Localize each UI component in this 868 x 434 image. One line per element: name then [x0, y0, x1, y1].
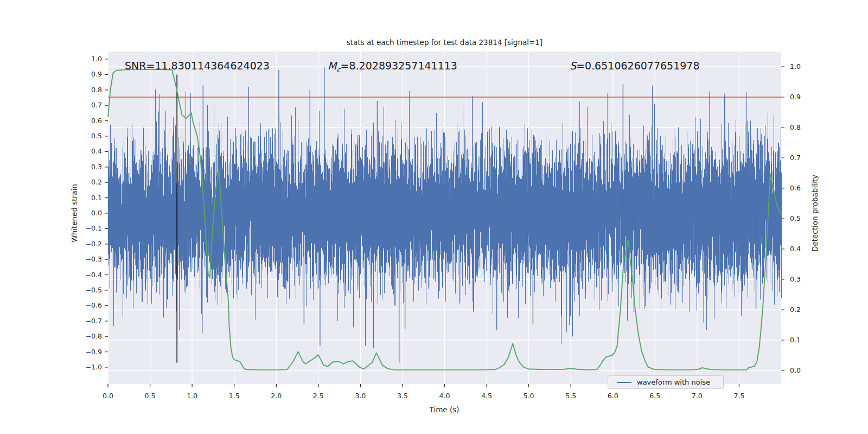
tick-label: 0.5 [790, 214, 813, 223]
annotation-mc-symbol: M [328, 60, 336, 72]
annotation-s-stat: S=0.6510626077651978 [570, 60, 700, 72]
tick-label: 5.0 [518, 392, 540, 400]
tick-label: −0.2 [79, 240, 102, 248]
legend-line-sample [617, 382, 631, 383]
tick-label: 3.5 [391, 392, 414, 400]
tick-label: 0.4 [79, 147, 102, 156]
tick-label: 1.5 [223, 392, 246, 400]
tick-label: 7.5 [727, 392, 750, 400]
tick-label: −0.7 [79, 317, 102, 326]
tick-label: 0.6 [79, 117, 102, 125]
tick-label: 3.0 [349, 392, 372, 400]
tick-label: 6.0 [602, 392, 624, 400]
tick-label: −0.9 [79, 348, 102, 356]
tick-label: −0.3 [79, 255, 102, 264]
tick-label: 2.5 [307, 392, 330, 400]
annotation-mc-value: =8.202893257141113 [341, 60, 457, 72]
tick-label: −0.1 [79, 224, 102, 233]
x-axis-label: Time (s) [390, 405, 499, 414]
annotation-s-value: =0.6510626077651978 [576, 60, 699, 72]
tick-label: −0.8 [79, 332, 102, 341]
tick-label: 0.4 [790, 245, 813, 253]
tick-label: 2.0 [265, 392, 288, 400]
legend-label: waveform with noise [637, 378, 710, 386]
annotation-mc-subscript: c [336, 66, 340, 74]
tick-label: 0.1 [790, 336, 813, 344]
legend: waveform with noise [608, 375, 724, 389]
tick-label: 0.9 [790, 93, 813, 101]
tick-label: 4.5 [475, 392, 498, 400]
tick-label: 0.0 [79, 209, 102, 218]
tick-label: −0.4 [79, 271, 102, 279]
tick-label: 0.6 [790, 184, 813, 193]
tick-label: 0.8 [79, 86, 102, 94]
figure: stats at each timestep for test data 238… [0, 0, 868, 434]
tick-label: 1.0 [181, 392, 203, 400]
annotation-chirp-mass: Mc=8.202893257141113 [328, 60, 457, 74]
tick-label: 0.0 [790, 366, 813, 375]
tick-label: 0.8 [790, 123, 813, 132]
tick-label: 0.3 [79, 163, 102, 171]
tick-label: 0.9 [79, 70, 102, 79]
tick-label: 1.0 [79, 55, 102, 63]
tick-label: −0.6 [79, 301, 102, 310]
tick-label: 7.0 [686, 392, 709, 400]
annotation-snr: SNR=11.830114364624023 [125, 60, 270, 72]
annotation-s-symbol: S [570, 60, 576, 72]
tick-label: 4.0 [433, 392, 456, 400]
tick-label: 6.5 [643, 392, 666, 400]
tick-label: 0.5 [139, 392, 162, 400]
tick-label: 5.5 [559, 392, 582, 400]
tick-label: 0.0 [97, 392, 119, 400]
chart-title: stats at each timestep for test data 238… [108, 38, 781, 47]
tick-label: 1.0 [790, 62, 813, 71]
tick-label: 0.1 [79, 194, 102, 202]
tick-label: 0.5 [79, 132, 102, 141]
tick-label: −0.5 [79, 286, 102, 295]
tick-label: −1.0 [79, 363, 102, 372]
tick-label: 0.2 [790, 305, 813, 314]
tick-label: 0.2 [79, 178, 102, 187]
tick-label: 0.7 [790, 154, 813, 162]
tick-label: 0.7 [79, 101, 102, 110]
tick-label: 0.3 [790, 275, 813, 284]
